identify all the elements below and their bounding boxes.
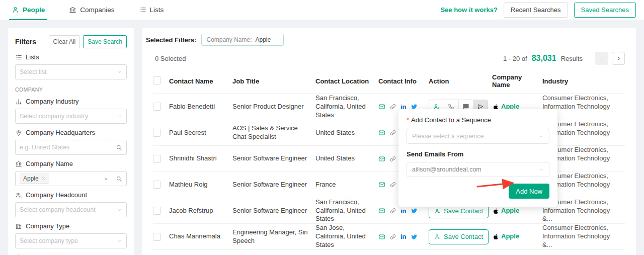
remove-tag-icon[interactable] (41, 177, 46, 181)
contact-name[interactable]: Paul Secrest (169, 129, 232, 137)
people-icon (15, 192, 22, 199)
company-name-link[interactable]: Apple (501, 232, 519, 241)
row-checkbox[interactable] (153, 129, 161, 137)
row-checkbox[interactable] (153, 207, 161, 215)
pagination-results-label: Results (561, 55, 583, 62)
tab-people[interactable]: People (9, 0, 47, 20)
sequence-select[interactable]: Please select a sequence. (407, 129, 549, 144)
row-checkbox[interactable] (153, 233, 161, 241)
search-icon (116, 176, 122, 182)
contact-name[interactable]: Chas Mannemala (169, 232, 232, 241)
prev-page-button[interactable] (595, 52, 608, 65)
twitter-icon[interactable] (411, 233, 418, 240)
email-icon[interactable] (378, 181, 385, 188)
filter-section-lists: Lists Select list (15, 53, 127, 79)
contact-name[interactable]: Mathieu Roig (169, 181, 232, 189)
placeholder: Select company headcount (20, 206, 109, 213)
clear-input-icon[interactable] (104, 177, 108, 181)
link-icon[interactable] (389, 181, 396, 188)
link-icon[interactable] (389, 155, 396, 162)
add-person-icon (434, 233, 441, 240)
contact-name[interactable]: Fabio Benedetti (169, 103, 232, 111)
company-headquarters-input[interactable]: e.g. United States (15, 140, 127, 155)
popup-title: Add Contact to a Sequence (411, 116, 491, 124)
filter-label: Company Type (26, 222, 69, 230)
link-icon[interactable] (389, 233, 396, 240)
row-checkbox[interactable] (153, 181, 161, 189)
add-to-sequence-popup: *Add Contact to a Sequence Please select… (398, 109, 557, 207)
email-icon[interactable] (378, 103, 385, 110)
tag-value: Apple (23, 175, 39, 182)
col-industry: Industry (542, 72, 625, 90)
table-toolbar: 0 Selected 1 - 20 of 83,031 Results (142, 47, 636, 68)
see-how-it-works-link[interactable]: See how it works? (440, 6, 497, 14)
placeholder: e.g. United States (20, 144, 108, 151)
bank-icon (15, 160, 22, 167)
add-now-button[interactable]: Add Now (509, 184, 549, 199)
clear-all-button[interactable]: Clear All (49, 35, 80, 48)
email-icon[interactable] (378, 233, 385, 240)
bar-chart-icon (15, 98, 22, 105)
filter-section-company-industry: Company Industry Select company industry (15, 98, 127, 124)
email-icon[interactable] (378, 207, 385, 214)
link-icon[interactable] (389, 129, 396, 136)
contact-location: San Francisco, California, United States (315, 198, 378, 224)
save-search-button[interactable]: Save Search (83, 35, 127, 48)
recent-searches-button[interactable]: Recent Searches (504, 3, 568, 18)
building-icon (15, 223, 22, 230)
send-from-select[interactable]: ailison@arounddeal.com (407, 162, 549, 177)
linkedin-icon[interactable]: in (400, 233, 407, 240)
chevron-left-icon (599, 56, 605, 61)
pagination-range: 1 - 20 of (503, 55, 527, 62)
table-row: Chas Mannemala Engineering Manager, Siri… (153, 224, 625, 250)
twitter-icon[interactable] (411, 207, 418, 214)
contact-name[interactable]: Shrinidhi Shastri (169, 154, 232, 163)
contact-name[interactable]: Jacob Refstrup (169, 207, 232, 215)
list-icon (15, 54, 22, 61)
contact-location: San Francisco, California, United States (315, 94, 378, 120)
placeholder: Select company industry (20, 113, 109, 120)
filter-section-company-name: Company Name Apple (15, 160, 127, 186)
bank-icon (69, 6, 76, 14)
email-icon[interactable] (378, 155, 385, 162)
chevron-down-icon (117, 207, 122, 213)
industry: Consumer Electronics, Information Techno… (542, 224, 625, 249)
linkedin-icon[interactable]: in (400, 208, 407, 214)
company-headcount-dropdown[interactable]: Select company headcount (15, 202, 127, 217)
save-contact-button[interactable]: Save Contact (429, 229, 489, 244)
chevron-down-icon (117, 114, 122, 119)
tab-label: Lists (150, 6, 164, 14)
company-name-link[interactable]: Apple (501, 207, 519, 215)
next-page-button[interactable] (612, 52, 625, 65)
filter-section-company-headcount: Company Headcount Select company headcou… (15, 191, 127, 217)
col-contact-info: Contact Info (378, 72, 429, 90)
chevron-down-icon (117, 69, 122, 75)
filters-sidebar: Filters Clear All Save Search Lists Sele… (8, 28, 134, 255)
tab-lists[interactable]: Lists (136, 0, 167, 20)
col-action: Action (429, 72, 492, 90)
tab-label: Companies (80, 6, 114, 14)
company-industry-dropdown[interactable]: Select company industry (15, 109, 127, 124)
select-list-dropdown[interactable]: Select list (15, 64, 127, 79)
filter-label: Company Headquarters (26, 129, 95, 136)
link-icon[interactable] (389, 103, 396, 110)
company-name-input[interactable]: Apple (15, 171, 127, 186)
saved-searches-button[interactable]: Saved Searches (574, 3, 636, 18)
selected-filters-bar: Selected Filters: Company Name: Apple (142, 28, 636, 47)
apple-logo-icon (492, 233, 499, 240)
required-mark: * (407, 116, 409, 124)
tab-companies[interactable]: Companies (66, 0, 117, 20)
pagination-total: 83,031 (532, 54, 556, 63)
link-icon[interactable] (389, 207, 396, 214)
row-checkbox[interactable] (153, 155, 161, 163)
email-icon[interactable] (378, 129, 385, 136)
remove-filter-icon[interactable] (274, 38, 279, 42)
contact-location: United States (315, 154, 378, 163)
company-type-dropdown[interactable]: Select company type (15, 233, 127, 248)
select-all-checkbox[interactable] (153, 76, 161, 84)
row-checkbox[interactable] (153, 103, 161, 111)
add-person-icon (434, 208, 441, 214)
location-pin-icon (15, 129, 22, 136)
job-title: Senior Software Engineer (232, 154, 315, 163)
chevron-down-icon (538, 167, 544, 173)
